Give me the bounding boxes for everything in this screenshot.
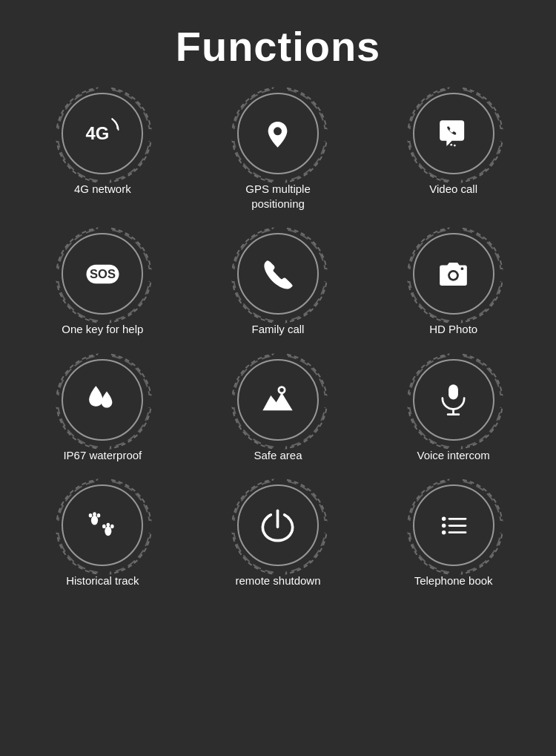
- icon-circle-historical-track: [62, 484, 143, 566]
- svg-point-45: [234, 355, 325, 447]
- page-title: Functions: [176, 22, 381, 70]
- feature-video-call: Video call: [369, 93, 537, 211]
- svg-rect-15: [407, 129, 411, 141]
- icon-circle-telephone-book: [413, 484, 494, 566]
- svg-rect-43: [56, 395, 60, 407]
- svg-rect-16: [499, 129, 503, 141]
- svg-rect-34: [449, 319, 461, 323]
- features-grid: 4G 4G network GPS multiplepositioning: [19, 93, 537, 588]
- svg-rect-44: [148, 395, 152, 407]
- feature-family-call: Family call: [194, 233, 363, 337]
- icon-circle-voice-intercom: [413, 359, 494, 441]
- svg-rect-22: [98, 319, 110, 323]
- svg-rect-76: [231, 521, 236, 533]
- svg-rect-83: [499, 521, 503, 533]
- svg-point-0: [58, 89, 150, 181]
- svg-rect-9: [231, 129, 236, 141]
- svg-rect-30: [231, 269, 236, 281]
- svg-rect-35: [407, 269, 411, 281]
- icon-circle-gps: [237, 93, 319, 174]
- svg-rect-53: [449, 353, 461, 358]
- svg-rect-1: [98, 87, 110, 91]
- svg-rect-3: [56, 129, 60, 141]
- feature-safe-area: Safe area: [194, 359, 363, 463]
- svg-rect-28: [274, 227, 285, 231]
- feature-hd-photo: HD Photo: [369, 233, 537, 337]
- svg-rect-2: [98, 179, 110, 183]
- svg-rect-63: [56, 521, 60, 533]
- svg-rect-56: [499, 395, 503, 407]
- feature-4g-network: 4G 4G network: [19, 93, 187, 211]
- svg-rect-46: [274, 353, 285, 358]
- feature-waterproof: IP67 waterproof: [19, 359, 187, 463]
- svg-point-6: [234, 89, 325, 181]
- svg-rect-81: [449, 571, 461, 575]
- svg-rect-64: [148, 521, 152, 533]
- svg-point-20: [58, 229, 150, 321]
- feature-gps: GPS multiplepositioning: [194, 93, 363, 211]
- svg-rect-48: [231, 395, 236, 407]
- icon-circle-family-call: [237, 233, 319, 315]
- svg-rect-29: [274, 319, 285, 323]
- svg-rect-14: [449, 179, 461, 183]
- svg-rect-24: [148, 269, 152, 281]
- svg-rect-41: [98, 353, 110, 358]
- feature-voice-intercom: Voice intercom: [369, 359, 537, 463]
- svg-point-79: [409, 481, 501, 573]
- svg-point-73: [234, 481, 325, 573]
- svg-rect-10: [323, 129, 328, 141]
- label-gps: GPS multiplepositioning: [245, 182, 311, 211]
- svg-rect-82: [407, 521, 411, 533]
- svg-rect-21: [98, 227, 110, 231]
- svg-point-40: [58, 355, 150, 447]
- svg-point-52: [409, 355, 501, 447]
- svg-rect-74: [274, 479, 285, 483]
- svg-rect-80: [449, 479, 461, 483]
- svg-rect-62: [98, 571, 110, 575]
- icon-circle-safe-area: [237, 359, 319, 441]
- icon-circle-hd-photo: [413, 233, 494, 315]
- icon-circle-remote-shutdown: [237, 484, 319, 566]
- svg-point-60: [58, 481, 150, 573]
- feature-telephone-book: Telephone book: [369, 484, 537, 588]
- svg-rect-36: [499, 269, 503, 281]
- svg-rect-31: [323, 269, 328, 281]
- icon-circle-4g: 4G: [62, 93, 143, 174]
- svg-rect-49: [323, 395, 328, 407]
- svg-rect-54: [449, 445, 461, 450]
- svg-rect-55: [407, 395, 411, 407]
- svg-rect-42: [98, 445, 110, 450]
- feature-historical-track: Historical track: [19, 484, 187, 588]
- svg-rect-23: [56, 269, 60, 281]
- icon-circle-waterproof: [62, 359, 143, 441]
- icon-circle-sos: SOS: [62, 233, 143, 315]
- feature-sos: SOS One key for help: [19, 233, 187, 337]
- svg-rect-8: [274, 179, 285, 183]
- icon-circle-video-call: [413, 93, 494, 174]
- svg-rect-75: [274, 571, 285, 575]
- svg-point-12: [409, 89, 501, 181]
- svg-rect-4: [148, 129, 152, 141]
- svg-rect-47: [274, 445, 285, 450]
- svg-point-32: [409, 229, 501, 321]
- svg-rect-13: [449, 87, 461, 91]
- svg-rect-61: [98, 479, 110, 483]
- svg-rect-77: [323, 521, 328, 533]
- svg-rect-7: [274, 87, 285, 91]
- feature-remote-shutdown: remote shutdown: [194, 484, 363, 588]
- svg-point-27: [234, 229, 325, 321]
- svg-rect-33: [449, 227, 461, 231]
